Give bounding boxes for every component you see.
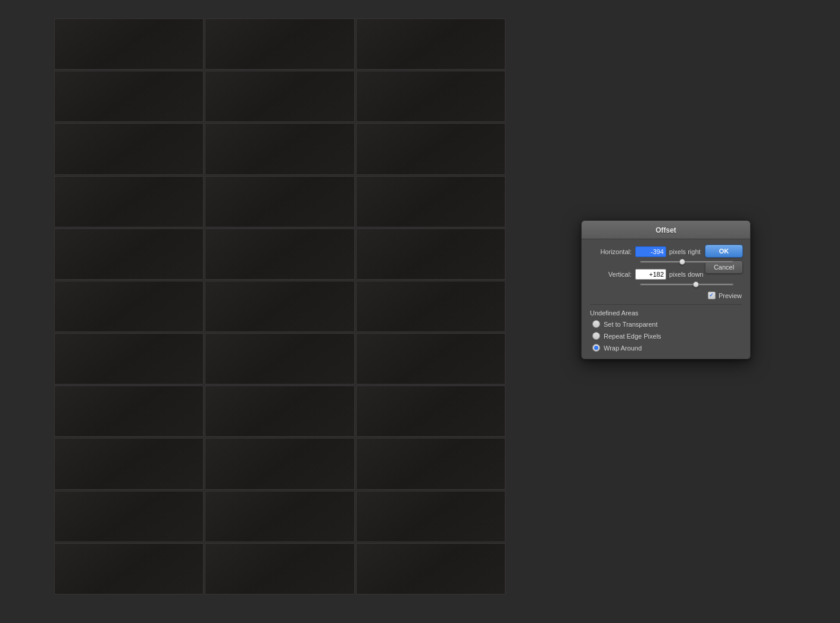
brick-cell xyxy=(356,543,505,594)
brick-row xyxy=(54,228,506,280)
brick-cell xyxy=(205,18,354,70)
brick-row xyxy=(54,543,506,595)
horizontal-slider-thumb[interactable] xyxy=(679,259,685,265)
checkbox-check-icon: ✓ xyxy=(709,293,714,298)
brick-row xyxy=(54,490,506,543)
preview-label: Preview xyxy=(719,292,742,299)
brick-cell xyxy=(356,386,505,437)
divider xyxy=(590,304,742,305)
brick-canvas xyxy=(54,18,506,595)
horizontal-slider-track xyxy=(640,261,733,263)
brick-cell xyxy=(54,71,204,122)
brick-row xyxy=(54,437,506,490)
brick-row xyxy=(54,385,506,437)
brick-cell xyxy=(356,71,505,122)
offset-dialog: Offset OK Cancel Horizontal: pixels righ… xyxy=(581,220,751,359)
vertical-slider-track xyxy=(640,283,733,286)
radio-wrap[interactable] xyxy=(592,344,600,352)
horizontal-row: Horizontal: pixels right xyxy=(590,246,742,257)
horizontal-suffix: pixels right xyxy=(669,248,701,255)
brick-cell xyxy=(54,438,204,489)
brick-cell xyxy=(356,491,505,542)
brick-cell xyxy=(205,333,354,384)
dialog-body: OK Cancel Horizontal: pixels right Verti… xyxy=(582,239,750,359)
radio-row-repeat[interactable]: Repeat Edge Pixels xyxy=(592,332,742,340)
vertical-suffix: pixels down xyxy=(669,271,703,278)
brick-row xyxy=(54,70,506,123)
vertical-input[interactable] xyxy=(635,269,666,280)
brick-cell xyxy=(356,333,505,384)
vertical-slider[interactable] xyxy=(640,283,733,286)
brick-row xyxy=(54,280,506,333)
brick-cell xyxy=(205,228,354,280)
brick-cell xyxy=(356,281,505,332)
brick-cell xyxy=(205,123,354,174)
preview-checkbox[interactable]: ✓ xyxy=(708,292,716,299)
preview-row: ✓ Preview xyxy=(590,292,742,299)
brick-row xyxy=(54,176,506,228)
horizontal-input[interactable] xyxy=(635,246,666,257)
radio-row-wrap[interactable]: Wrap Around xyxy=(592,344,742,352)
vertical-slider-container xyxy=(590,283,742,286)
brick-cell xyxy=(54,281,204,332)
radio-repeat[interactable] xyxy=(592,332,600,340)
undefined-areas-section: Undefined Areas Set to Transparent Repea… xyxy=(590,309,742,352)
radio-transparent[interactable] xyxy=(592,320,600,328)
dialog-title-bar: Offset xyxy=(582,221,750,239)
radio-transparent-label: Set to Transparent xyxy=(604,321,658,328)
brick-cell xyxy=(205,491,354,542)
vertical-slider-thumb[interactable] xyxy=(693,281,699,287)
undefined-areas-label: Undefined Areas xyxy=(590,309,742,317)
brick-cell xyxy=(356,123,505,174)
radio-row-transparent[interactable]: Set to Transparent xyxy=(592,320,742,328)
brick-cell xyxy=(54,228,204,280)
brick-cell xyxy=(205,386,354,437)
brick-cell xyxy=(54,386,204,437)
brick-cell xyxy=(54,543,204,594)
dialog-title: Offset xyxy=(655,226,676,234)
brick-cell xyxy=(54,176,204,227)
brick-cell xyxy=(356,228,505,280)
radio-group: Set to Transparent Repeat Edge Pixels Wr… xyxy=(592,320,742,352)
vertical-label: Vertical: xyxy=(590,271,632,278)
brick-row xyxy=(54,123,506,175)
brick-cell xyxy=(205,176,354,227)
brick-cell xyxy=(356,18,505,70)
radio-wrap-label: Wrap Around xyxy=(604,345,642,352)
brick-cell xyxy=(205,71,354,122)
brick-cell xyxy=(205,438,354,489)
brick-cell xyxy=(205,543,354,594)
brick-cell xyxy=(356,438,505,489)
brick-cell xyxy=(54,333,204,384)
brick-row xyxy=(54,18,506,70)
brick-cell xyxy=(54,491,204,542)
vertical-row: Vertical: pixels down xyxy=(590,269,742,280)
brick-row xyxy=(54,333,506,385)
horizontal-label: Horizontal: xyxy=(590,248,632,255)
brick-cell xyxy=(54,18,204,70)
radio-wrap-selected xyxy=(594,346,598,350)
brick-cell xyxy=(356,176,505,227)
horizontal-slider-container xyxy=(590,261,742,263)
horizontal-slider[interactable] xyxy=(640,261,733,263)
radio-repeat-label: Repeat Edge Pixels xyxy=(604,333,661,340)
brick-cell xyxy=(205,281,354,332)
canvas-area xyxy=(0,0,518,623)
brick-cell xyxy=(54,123,204,174)
